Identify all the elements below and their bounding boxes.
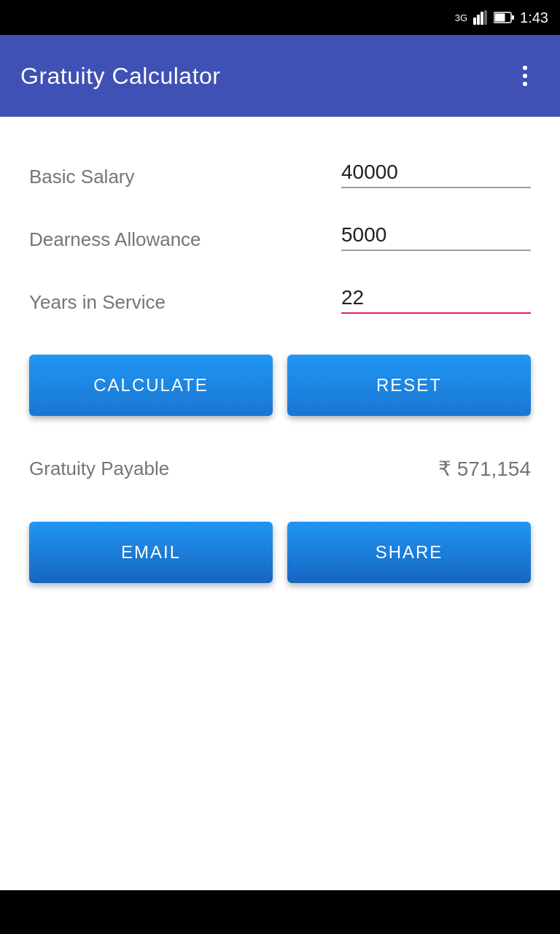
share-button[interactable]: SHARE <box>287 522 531 583</box>
basic-salary-input-wrapper <box>280 161 531 188</box>
svg-rect-1 <box>477 15 480 25</box>
basic-salary-input[interactable] <box>341 161 531 188</box>
basic-salary-row: Basic Salary <box>29 161 531 188</box>
bottom-nav-bar <box>0 890 560 934</box>
svg-rect-0 <box>473 18 476 25</box>
years-in-service-input[interactable] <box>341 286 531 314</box>
gratuity-payable-value: ₹ 571,154 <box>438 457 531 481</box>
calculate-button[interactable]: CALCULATE <box>29 355 273 416</box>
dot1 <box>523 66 527 70</box>
more-vert-icon[interactable] <box>510 61 540 90</box>
app-bar: Gratuity Calculator <box>0 35 560 117</box>
app-title: Gratuity Calculator <box>20 63 220 90</box>
svg-rect-3 <box>484 10 487 25</box>
dearness-allowance-label: Dearness Allowance <box>29 228 280 251</box>
signal-bars-icon <box>473 10 488 25</box>
dot2 <box>523 74 527 78</box>
svg-rect-5 <box>495 14 505 22</box>
reset-button[interactable]: RESET <box>287 355 531 416</box>
main-content: Basic Salary Dearness Allowance Years in… <box>0 117 560 890</box>
years-in-service-row: Years in Service <box>29 286 531 314</box>
years-in-service-input-wrapper <box>280 286 531 314</box>
years-in-service-label: Years in Service <box>29 291 280 314</box>
email-share-row: EMAIL SHARE <box>29 522 531 583</box>
email-button[interactable]: EMAIL <box>29 522 273 583</box>
dot3 <box>523 82 527 86</box>
battery-icon <box>494 12 514 23</box>
gratuity-payable-label: Gratuity Payable <box>29 458 169 480</box>
result-row: Gratuity Payable ₹ 571,154 <box>29 457 531 481</box>
status-bar: 3G 1:43 <box>0 0 560 35</box>
status-time: 1:43 <box>520 9 548 26</box>
svg-rect-2 <box>481 12 483 25</box>
dearness-allowance-input-wrapper <box>280 223 531 251</box>
dearness-allowance-input[interactable] <box>341 223 531 251</box>
dearness-allowance-row: Dearness Allowance <box>29 223 531 251</box>
calculate-reset-row: CALCULATE RESET <box>29 355 531 416</box>
signal-indicator: 3G <box>455 12 467 23</box>
basic-salary-label: Basic Salary <box>29 166 280 188</box>
svg-rect-6 <box>512 15 514 20</box>
